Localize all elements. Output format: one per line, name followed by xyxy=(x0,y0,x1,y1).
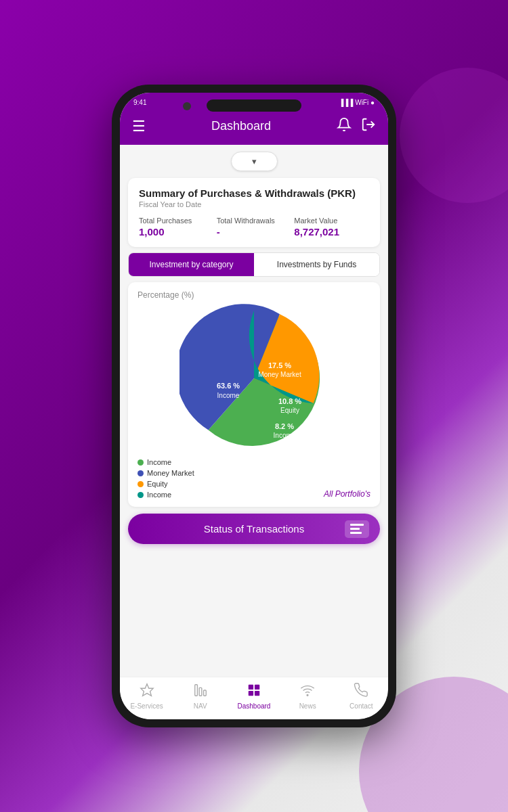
legend-money-market: Money Market xyxy=(137,469,194,477)
status-btn-label: Status of Transactions xyxy=(204,523,304,535)
tab-investments-funds[interactable]: Investments by Funds xyxy=(254,253,379,276)
svg-text:Income: Income xyxy=(217,392,240,399)
svg-text:Money Market: Money Market xyxy=(258,371,301,378)
svg-rect-19 xyxy=(255,691,259,696)
chevron-down-icon: ▾ xyxy=(252,156,257,166)
dashboard-icon xyxy=(247,683,261,701)
svg-rect-9 xyxy=(350,524,364,526)
summary-title: Summary of Purchases & Withdrawals (PKR) xyxy=(139,187,369,199)
svg-rect-13 xyxy=(195,685,198,696)
svg-point-20 xyxy=(307,694,308,696)
eservices-icon xyxy=(140,683,154,701)
svg-rect-17 xyxy=(255,685,259,690)
purchases-label: Total Purchases xyxy=(139,217,192,225)
nav-nav-label: NAV xyxy=(194,702,207,710)
nav-dashboard[interactable]: Dashboard xyxy=(236,683,272,710)
svg-rect-10 xyxy=(350,528,360,530)
legend-equity: Equity xyxy=(137,480,194,488)
svg-rect-14 xyxy=(199,687,202,696)
svg-rect-15 xyxy=(203,690,206,696)
chart-y-label: Percentage (%) xyxy=(137,290,371,300)
svg-text:63.6 %: 63.6 % xyxy=(217,382,240,390)
market-value-label: Market Value xyxy=(294,217,337,225)
status-btn-icon xyxy=(345,520,369,538)
purchases-value: 1,000 xyxy=(139,226,165,238)
nav-eservices-label: E-Services xyxy=(130,702,163,710)
pie-chart: 63.6 % Income 17.5 % Money Market 10.8 %… xyxy=(179,304,329,453)
nav-eservices[interactable]: E-Services xyxy=(129,683,165,710)
svg-text:17.5 %: 17.5 % xyxy=(268,361,291,369)
chart-card: Percentage (%) xyxy=(128,282,380,507)
nav-dashboard-label: Dashboard xyxy=(238,702,271,710)
svg-text:10.8 %: 10.8 % xyxy=(278,397,301,405)
summary-card: Summary of Purchases & Withdrawals (PKR)… xyxy=(128,178,380,247)
portfolio-dropdown[interactable]: ▾ xyxy=(231,152,278,171)
svg-text:8.2 %: 8.2 % xyxy=(275,422,294,430)
notification-icon[interactable] xyxy=(337,117,352,135)
market-value-value: 8,727,021 xyxy=(294,226,339,238)
legend-income-teal: Income xyxy=(137,491,194,499)
svg-rect-16 xyxy=(249,685,253,690)
menu-icon[interactable]: ☰ xyxy=(132,118,146,135)
withdrawals-value: - xyxy=(217,226,220,238)
legend-income: Income xyxy=(137,458,194,466)
chart-legend: Income Money Market Equity xyxy=(137,458,194,499)
svg-text:Equity: Equity xyxy=(280,407,299,414)
nav-nav[interactable]: NAV xyxy=(183,683,218,710)
nav-news[interactable]: News xyxy=(290,683,325,710)
page-title: Dashboard xyxy=(211,119,271,133)
logout-icon[interactable] xyxy=(361,117,376,135)
nav-contact[interactable]: Contact xyxy=(343,683,379,710)
withdrawals-label: Total Withdrawals xyxy=(217,217,275,225)
nav-icon xyxy=(193,683,208,701)
status-transactions-button[interactable]: Status of Transactions xyxy=(128,514,380,544)
main-content: ▾ Summary of Purchases & Withdrawals (PK… xyxy=(120,145,388,677)
svg-marker-12 xyxy=(140,684,152,696)
portfolio-label: All Portfolio's xyxy=(324,489,371,499)
svg-rect-11 xyxy=(350,532,362,534)
news-icon xyxy=(300,683,315,701)
svg-text:Income: Income xyxy=(274,432,296,439)
category-tabs: Investment by category Investments by Fu… xyxy=(128,252,380,277)
contact-icon xyxy=(354,683,368,701)
tab-investment-category[interactable]: Investment by category xyxy=(129,253,254,276)
nav-news-label: News xyxy=(299,702,316,710)
bottom-navigation: E-Services NAV xyxy=(120,677,388,719)
app-header: ☰ Dashboard xyxy=(120,112,388,145)
svg-rect-18 xyxy=(249,691,253,696)
summary-subtitle: Fiscal Year to Date xyxy=(139,200,369,208)
nav-contact-label: Contact xyxy=(350,702,373,710)
